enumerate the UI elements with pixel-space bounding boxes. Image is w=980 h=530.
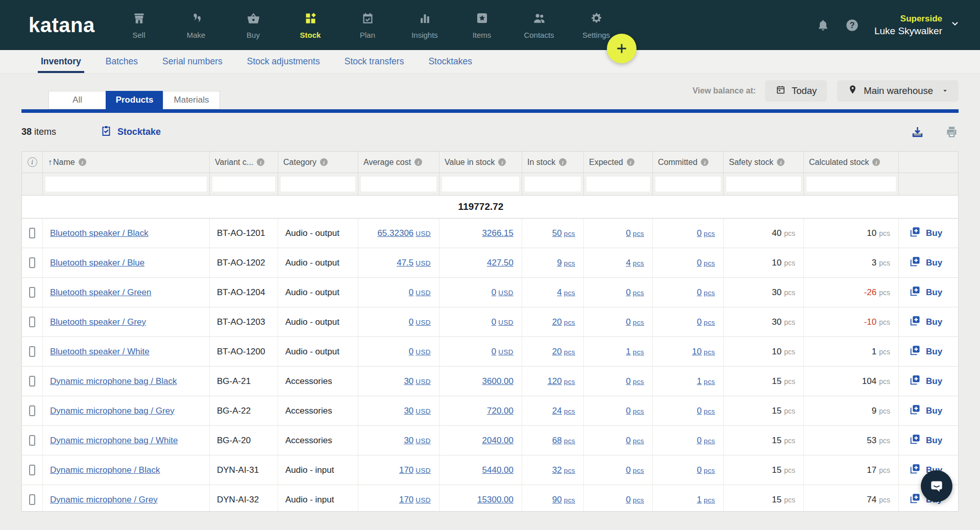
- column-header-variant-c[interactable]: Variant c...i: [210, 152, 278, 173]
- in-stock-link[interactable]: 32pcs: [552, 465, 575, 475]
- filter-input-calculated-stock[interactable]: [806, 177, 896, 191]
- row-checkbox[interactable]: [29, 346, 35, 357]
- buy-button[interactable]: Buy: [909, 226, 942, 241]
- subnav-item-serial-numbers[interactable]: Serial numbers: [150, 50, 235, 73]
- committed-link[interactable]: 0pcs: [697, 436, 715, 446]
- filter-input-variant-c[interactable]: [212, 177, 275, 191]
- in-stock-link[interactable]: 90pcs: [552, 495, 575, 505]
- committed-link[interactable]: 0pcs: [697, 406, 715, 416]
- nav-item-insights[interactable]: Insights: [396, 11, 453, 39]
- average-cost-link[interactable]: 0USD: [409, 287, 431, 298]
- nav-item-items[interactable]: Items: [453, 11, 510, 39]
- expected-link[interactable]: 0pcs: [626, 436, 644, 446]
- expected-link[interactable]: 4pcs: [626, 258, 644, 268]
- subnav-item-inventory[interactable]: Inventory: [29, 50, 93, 73]
- average-cost-link[interactable]: 47.5USD: [397, 258, 431, 268]
- value-in-stock-link[interactable]: 15300.00: [477, 495, 513, 505]
- column-header-category[interactable]: Categoryi: [278, 152, 358, 173]
- create-new-button[interactable]: [607, 34, 636, 63]
- expected-link[interactable]: 0pcs: [626, 228, 644, 238]
- committed-link[interactable]: 0pcs: [697, 317, 715, 327]
- filter-input-expected[interactable]: [586, 177, 650, 191]
- buy-button[interactable]: Buy: [909, 255, 942, 271]
- filter-input-average-cost[interactable]: [361, 177, 436, 191]
- column-header-name[interactable]: ↑Namei: [43, 152, 210, 173]
- committed-link[interactable]: 0pcs: [697, 258, 715, 268]
- tab-materials[interactable]: Materials: [163, 91, 220, 109]
- value-in-stock-link[interactable]: 0USD: [492, 287, 513, 298]
- filter-input-in-stock[interactable]: [525, 177, 581, 191]
- value-in-stock-link[interactable]: 2040.00: [482, 436, 513, 446]
- in-stock-link[interactable]: 50pcs: [552, 228, 575, 238]
- subnav-item-stock-adjustments[interactable]: Stock adjustments: [235, 50, 332, 73]
- value-in-stock-link[interactable]: 0USD: [492, 347, 513, 357]
- product-link[interactable]: Bluetooth speaker / Blue: [50, 258, 144, 268]
- row-checkbox[interactable]: [29, 257, 35, 268]
- product-link[interactable]: Dynamic microphone / Grey: [50, 495, 158, 505]
- value-in-stock-link[interactable]: 0USD: [492, 317, 513, 327]
- value-in-stock-link[interactable]: 5440.00: [482, 465, 513, 475]
- tab-products[interactable]: Products: [106, 91, 163, 109]
- tab-all[interactable]: All: [48, 91, 106, 109]
- filter-input-value-in-stock[interactable]: [442, 177, 519, 191]
- buy-button[interactable]: Buy: [909, 403, 942, 419]
- date-filter-button[interactable]: Today: [765, 80, 827, 102]
- average-cost-link[interactable]: 170USD: [399, 465, 431, 475]
- row-checkbox[interactable]: [29, 405, 35, 416]
- nav-item-plan[interactable]: Plan: [339, 11, 396, 39]
- filter-input-safety-stock[interactable]: [726, 177, 801, 191]
- in-stock-link[interactable]: 68pcs: [552, 436, 575, 446]
- row-checkbox[interactable]: [29, 435, 35, 446]
- nav-item-contacts[interactable]: Contacts: [510, 11, 568, 39]
- product-link[interactable]: Bluetooth speaker / Green: [50, 287, 151, 298]
- row-checkbox[interactable]: [29, 465, 35, 475]
- committed-link[interactable]: 0pcs: [697, 465, 715, 475]
- committed-link[interactable]: 1pcs: [697, 376, 715, 387]
- account-menu[interactable]: Superside Luke Skywalker: [874, 13, 960, 37]
- nav-item-sell[interactable]: Sell: [110, 11, 167, 39]
- committed-link[interactable]: 0pcs: [697, 228, 715, 238]
- average-cost-link[interactable]: 30USD: [404, 376, 431, 387]
- row-checkbox[interactable]: [29, 376, 35, 387]
- expected-link[interactable]: 1pcs: [626, 347, 644, 357]
- column-header-value-in-stock[interactable]: Value in stocki: [439, 152, 522, 173]
- in-stock-link[interactable]: 20pcs: [552, 317, 575, 327]
- average-cost-link[interactable]: 65.32306USD: [377, 228, 431, 238]
- row-checkbox[interactable]: [29, 317, 35, 327]
- average-cost-link[interactable]: 0USD: [409, 347, 431, 357]
- column-header-expected[interactable]: Expectedi: [584, 152, 653, 173]
- filter-input-name[interactable]: [45, 177, 207, 191]
- in-stock-link[interactable]: 4pcs: [557, 287, 575, 298]
- committed-link[interactable]: 1pcs: [697, 495, 715, 505]
- column-header-safety-stock[interactable]: Safety stocki: [724, 152, 804, 173]
- subnav-item-stocktakes[interactable]: Stocktakes: [416, 50, 484, 73]
- column-header-in-stock[interactable]: In stocki: [522, 152, 584, 173]
- average-cost-link[interactable]: 0USD: [409, 317, 431, 327]
- product-link[interactable]: Dynamic microphone / Black: [50, 465, 160, 475]
- expected-link[interactable]: 0pcs: [626, 376, 644, 387]
- in-stock-link[interactable]: 120pcs: [547, 376, 575, 387]
- buy-button[interactable]: Buy: [909, 433, 942, 448]
- row-checkbox[interactable]: [29, 287, 35, 298]
- expected-link[interactable]: 0pcs: [626, 287, 644, 298]
- buy-button[interactable]: Buy: [909, 315, 942, 330]
- value-in-stock-link[interactable]: 720.00: [487, 406, 513, 416]
- product-link[interactable]: Dynamic microphone bag / Grey: [50, 406, 175, 416]
- row-checkbox[interactable]: [29, 494, 35, 505]
- product-link[interactable]: Bluetooth speaker / Black: [50, 228, 149, 238]
- filter-input-committed[interactable]: [655, 177, 721, 191]
- download-icon[interactable]: [911, 125, 924, 139]
- filter-input-category[interactable]: [281, 177, 355, 191]
- notifications-bell-icon[interactable]: [816, 18, 830, 32]
- nav-item-stock[interactable]: Stock: [282, 11, 339, 39]
- product-link[interactable]: Bluetooth speaker / White: [50, 347, 150, 357]
- subnav-item-stock-transfers[interactable]: Stock transfers: [332, 50, 416, 73]
- value-in-stock-link[interactable]: 3600.00: [482, 376, 513, 387]
- average-cost-link[interactable]: 170USD: [399, 495, 431, 505]
- in-stock-link[interactable]: 9pcs: [557, 258, 575, 268]
- product-link[interactable]: Dynamic microphone bag / White: [50, 436, 178, 446]
- nav-item-buy[interactable]: Buy: [225, 11, 282, 39]
- nav-item-make[interactable]: Make: [167, 11, 225, 39]
- column-header-average-cost[interactable]: Average costi: [358, 152, 439, 173]
- print-icon[interactable]: [945, 125, 959, 139]
